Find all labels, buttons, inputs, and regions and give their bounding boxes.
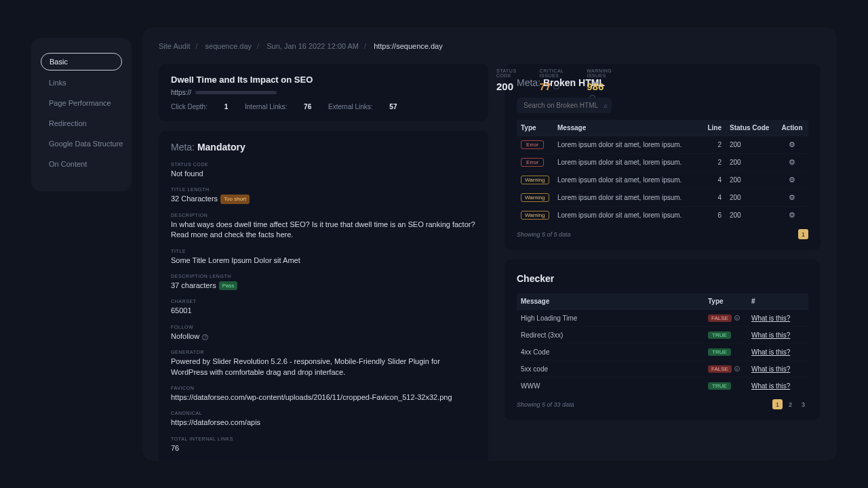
line-cell: 4 [696, 189, 726, 207]
message-cell: 4xx Code [517, 344, 704, 361]
type-tag: Warning [521, 211, 549, 220]
meta-field: CANONICALhttps://dataforseo.com/apis [171, 411, 476, 428]
close-icon[interactable]: × [734, 366, 740, 371]
type-tag: TRUE [708, 331, 731, 339]
table-row: ErrorLorem ipsum dolor sit amet, lorem i… [517, 136, 808, 154]
status-chip: Too short [220, 195, 250, 203]
broken-html-table: Type Message Line Status Code Action Err… [517, 120, 808, 224]
sidebar: BasicLinksPage PerformanceRedirectionGoo… [31, 38, 132, 191]
checker-showing: Showing 5 of 33 data [517, 401, 574, 408]
table-row: WarningLorem ipsum dolor sit amet, lorem… [517, 171, 808, 189]
page-title: Dwell Time and Its Impact on SEO [171, 75, 476, 85]
type-tag: Error [521, 158, 544, 167]
table-row: Redirect (3xx)TRUEWhat is this? [517, 327, 808, 344]
message-cell: Lorem ipsum dolor sit amet, lorem ipsum. [553, 171, 696, 189]
type-tag: Warning [521, 176, 549, 184]
checker-table: Message Type # High Loading TimeFALSE×Wh… [517, 293, 808, 394]
close-icon[interactable]: × [734, 315, 740, 321]
status-cell: 200 [726, 189, 776, 207]
ring-icon [553, 83, 559, 89]
line-cell: 2 [696, 154, 726, 171]
meta-field: FAVICONhttps://dataforseo.com/wp-content… [171, 386, 476, 403]
table-row: WarningLorem ipsum dolor sit amet, lorem… [517, 207, 808, 224]
message-cell: Lorem ipsum dolor sit amet, lorem ipsum. [553, 207, 696, 224]
metric-status-code: STATUS CODE 200 [496, 68, 517, 104]
url-bar [195, 91, 277, 94]
table-row: WWWTRUEWhat is this? [517, 378, 808, 394]
line-cell: 2 [696, 136, 726, 154]
meta-field: DESCRIPTIONIn what ways does dwell time … [171, 213, 476, 241]
table-row: High Loading TimeFALSE×What is this? [517, 310, 808, 327]
status-chip: Pass [219, 281, 238, 290]
sidebar-item-redirection[interactable]: Redirection [41, 115, 122, 131]
status-cell: 200 [726, 171, 776, 189]
crumb-site-audit[interactable]: Site Audit [159, 42, 190, 50]
what-is-this-link[interactable]: What is this? [751, 382, 790, 390]
search-icon[interactable]: ⌕ [604, 102, 608, 109]
line-cell: 4 [696, 171, 726, 189]
sidebar-item-google-data-structure[interactable]: Google Data Structure [41, 136, 122, 152]
type-tag: TRUE [708, 382, 731, 390]
table-row: 4xx CodeTRUEWhat is this? [517, 344, 808, 361]
info-icon[interactable]: ? [202, 334, 208, 340]
gear-icon[interactable]: ⚙ [789, 176, 795, 184]
broken-pager: 1 [798, 229, 808, 239]
table-row: 5xx codeFALSE×What is this? [517, 361, 808, 378]
meta-field: GENERATORPowered by Slider Revolution 5.… [171, 350, 476, 378]
type-tag: FALSE [708, 314, 732, 322]
type-tag: Error [521, 140, 544, 149]
checker-pager: 123 [772, 399, 808, 409]
crumb-date[interactable]: Sun, Jan 16 2022 12:00 AM [267, 42, 359, 50]
page-button[interactable]: 1 [772, 399, 783, 409]
crumb-url: https://sequence.day [374, 42, 443, 50]
table-row: WarningLorem ipsum dolor sit amet, lorem… [517, 189, 808, 207]
meta-field: DESCRIPTION LENGTH37 charactersPass [171, 274, 476, 291]
sidebar-item-links[interactable]: Links [41, 75, 122, 91]
message-cell: Redirect (3xx) [517, 327, 704, 344]
meta-field: TITLE LENGTH32 CharactersToo short [171, 187, 476, 204]
meta-field: FOLLOWNofollow? [171, 325, 476, 342]
what-is-this-link[interactable]: What is this? [751, 314, 790, 322]
message-cell: Lorem ipsum dolor sit amet, lorem ipsum. [553, 154, 696, 171]
meta-field: STATUS CODENot found [171, 162, 476, 179]
crumb-domain[interactable]: sequence.day [205, 42, 252, 50]
what-is-this-link[interactable]: What is this? [751, 365, 790, 373]
message-cell: Lorem ipsum dolor sit amet, lorem ipsum. [553, 189, 696, 207]
table-row: ErrorLorem ipsum dolor sit amet, lorem i… [517, 154, 808, 171]
message-cell: WWW [517, 378, 704, 394]
gear-icon[interactable]: ⚙ [789, 158, 795, 166]
page-button[interactable]: 2 [785, 399, 795, 409]
broken-showing: Showing 5 of 5 data [517, 231, 571, 238]
meta-field: TOTAL INTERNAL LINKS76 [171, 436, 476, 453]
type-tag: FALSE [708, 365, 732, 373]
page-button[interactable]: 3 [798, 399, 808, 409]
meta-field: TITLESome Title Lorem Ipsum Dolor sit Am… [171, 249, 476, 266]
gear-icon[interactable]: ⚙ [789, 193, 795, 201]
status-cell: 200 [726, 154, 776, 171]
message-cell: High Loading Time [517, 310, 704, 327]
what-is-this-link[interactable]: What is this? [751, 348, 790, 356]
message-cell: 5xx code [517, 361, 704, 378]
gear-icon[interactable]: ⚙ [789, 140, 795, 148]
breadcrumb: Site Audit/ sequence.day/ Sun, Jan 16 20… [159, 42, 821, 50]
page-button[interactable]: 1 [798, 229, 808, 239]
status-cell: 200 [726, 136, 776, 154]
gear-icon[interactable]: ⚙ [789, 211, 795, 219]
what-is-this-link[interactable]: What is this? [751, 331, 790, 339]
line-cell: 6 [696, 207, 726, 224]
sidebar-item-on-content[interactable]: On Content [41, 156, 122, 172]
meta-field: CHARSET65001 [171, 299, 476, 316]
type-tag: Warning [521, 193, 549, 202]
meta-mandatory-card: Meta: Mandatory STATUS CODENot foundTITL… [159, 131, 488, 461]
status-cell: 200 [726, 207, 776, 224]
sidebar-item-basic[interactable]: Basic [41, 53, 122, 70]
type-tag: TRUE [708, 348, 731, 356]
search-input[interactable] [517, 98, 612, 113]
url-protocol: https:// [171, 89, 191, 96]
summary-card: Dwell Time and Its Impact on SEO https:/… [159, 64, 488, 121]
sidebar-item-page-performance[interactable]: Page Performance [41, 95, 122, 111]
main-panel: Site Audit/ sequence.day/ Sun, Jan 16 20… [142, 27, 837, 461]
message-cell: Lorem ipsum dolor sit amet, lorem ipsum. [553, 136, 696, 154]
checker-card: Checker Message Type # High Loading Time… [505, 260, 821, 420]
